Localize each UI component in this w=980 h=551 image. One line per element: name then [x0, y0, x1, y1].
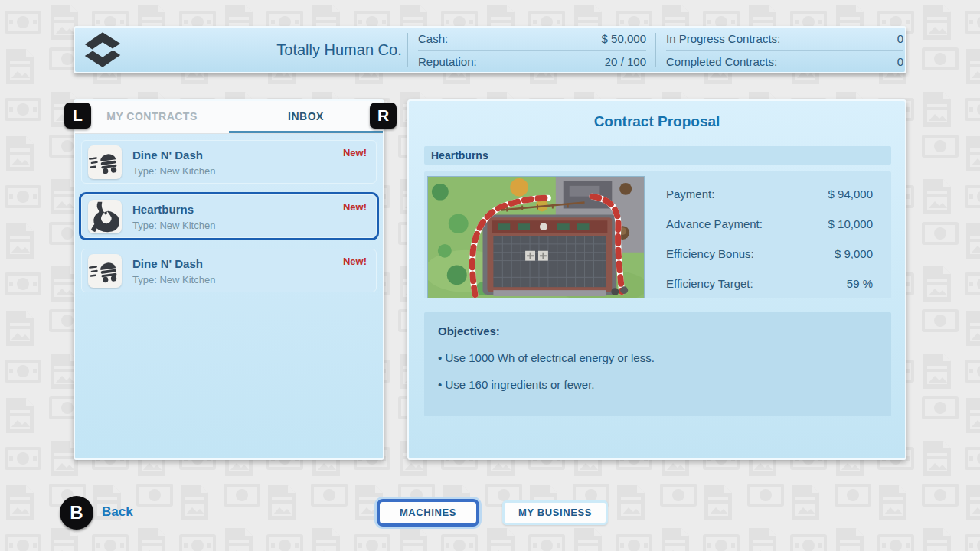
game-screen: Totally Human Co. Cash: $ 50,000 Reputat…	[0, 0, 980, 551]
efficiency-bonus-label: Efficiency Bonus:	[666, 247, 754, 260]
objective-item: • Use 160 ingredients or fewer.	[438, 378, 877, 391]
contract-title: Heartburns	[132, 203, 194, 216]
burger-dash-icon	[88, 254, 122, 288]
contract-list: Dine N' Dash Type: New Kitchen New! Hear…	[75, 133, 383, 310]
efficiency-bonus-row: Efficiency Bonus: $ 9,000	[666, 239, 873, 269]
reputation-label: Reputation:	[418, 55, 477, 68]
gamepad-l-shoulder-button[interactable]: L	[64, 103, 91, 129]
in-progress-value: 0	[897, 32, 903, 45]
payment-label: Payment:	[666, 187, 714, 201]
efficiency-bonus-value: $ 9,000	[835, 247, 873, 260]
objectives-heading: Objectives:	[438, 324, 877, 337]
new-badge: New!	[343, 201, 367, 213]
cash-row: Cash: $ 50,000	[418, 28, 646, 50]
completed-value: 0	[897, 55, 903, 68]
reputation-row: Reputation: 20 / 100	[418, 51, 646, 73]
advance-payment-value: $ 10,000	[828, 217, 873, 230]
payment-row: Payment: $ 94,000	[666, 179, 873, 209]
cash-label: Cash:	[418, 32, 448, 45]
cash-value: $ 50,000	[602, 32, 646, 45]
proposal-title: Contract Proposal	[409, 113, 905, 130]
efficiency-target-value: 59 %	[847, 277, 873, 290]
gamepad-r-shoulder-button[interactable]: R	[370, 103, 397, 129]
back-button[interactable]: Back	[102, 504, 133, 520]
cash-reputation-stats: Cash: $ 50,000 Reputation: 20 / 100	[418, 28, 646, 72]
tab-inbox[interactable]: INBOX	[229, 101, 383, 133]
company-logo-icon	[81, 29, 124, 70]
machines-button[interactable]: MACHINES	[377, 499, 479, 527]
new-badge: New!	[343, 147, 367, 158]
new-badge: New!	[343, 256, 367, 267]
contract-type: Type: New Kitchen	[132, 165, 215, 177]
contract-title: Dine N' Dash	[132, 257, 203, 270]
contract-type: Type: New Kitchen	[132, 220, 215, 231]
objectives-box: Objectives: • Use 1000 Wh of electrical …	[424, 312, 891, 416]
in-progress-row: In Progress Contracts: 0	[666, 28, 903, 50]
in-progress-label: In Progress Contracts:	[666, 32, 780, 45]
payment-details: Payment: $ 94,000 Advance Payment: $ 10,…	[666, 179, 873, 298]
efficiency-target-row: Efficiency Target: 59 %	[666, 269, 873, 298]
contracts-tabbar: MY CONTRACTS INBOX	[75, 101, 383, 134]
advance-payment-label: Advance Payment:	[666, 217, 763, 230]
completed-label: Completed Contracts:	[666, 55, 777, 68]
stomach-flame-icon	[88, 200, 122, 233]
gamepad-b-button[interactable]: B	[60, 496, 93, 530]
tab-my-contracts[interactable]: MY CONTRACTS	[75, 101, 229, 133]
payment-value: $ 94,000	[828, 187, 873, 201]
kitchen-preview-image	[427, 176, 645, 298]
contract-list-item-heartburns[interactable]: Heartburns Type: New Kitchen New!	[81, 194, 377, 238]
contract-count-stats: In Progress Contracts: 0 Completed Contr…	[666, 28, 903, 72]
contract-proposal-panel: Contract Proposal Heartburns	[407, 99, 906, 460]
contract-type: Type: New Kitchen	[132, 274, 215, 285]
header-divider	[655, 33, 656, 67]
completed-row: Completed Contracts: 0	[666, 51, 903, 73]
contract-list-item-dine-n-dash[interactable]: Dine N' Dash Type: New Kitchen New!	[81, 140, 377, 184]
header-divider	[407, 33, 408, 67]
objective-item: • Use 1000 Wh of electrical energy or le…	[438, 351, 877, 364]
advance-payment-row: Advance Payment: $ 10,000	[666, 209, 873, 239]
contracts-panel: MY CONTRACTS INBOX	[74, 99, 384, 460]
efficiency-target-label: Efficiency Target:	[666, 277, 753, 290]
contract-title: Dine N' Dash	[132, 148, 203, 161]
reputation-value: 20 / 100	[605, 55, 646, 68]
burger-dash-icon	[88, 145, 122, 179]
my-business-button[interactable]: MY BUSINESS	[502, 500, 608, 525]
company-header: Totally Human Co. Cash: $ 50,000 Reputat…	[74, 26, 906, 73]
contract-details-box: Payment: $ 94,000 Advance Payment: $ 10,…	[424, 171, 891, 298]
contract-name-bar: Heartburns	[424, 146, 891, 165]
contract-list-item-dine-n-dash-2[interactable]: Dine N' Dash Type: New Kitchen New!	[81, 249, 377, 292]
